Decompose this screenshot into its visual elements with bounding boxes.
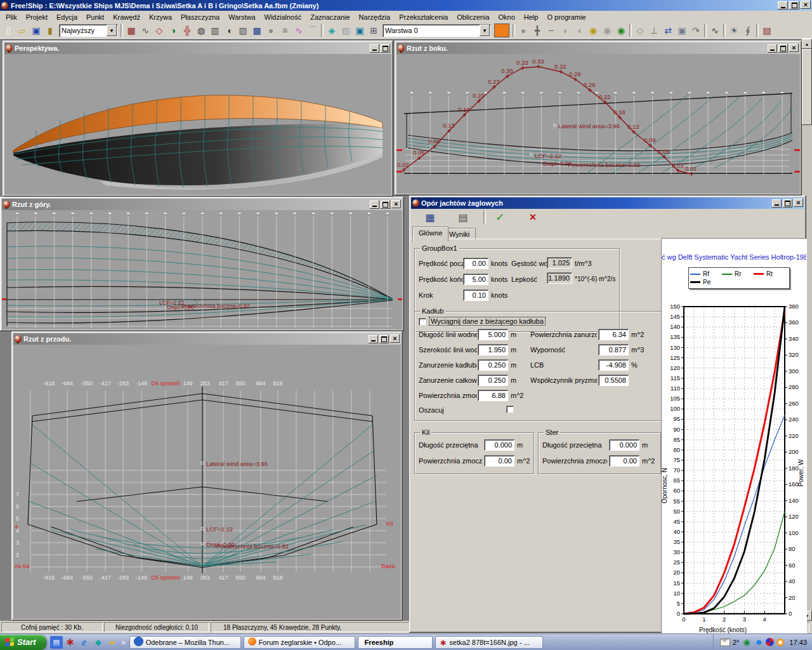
quicklaunch-chevron-icon[interactable]: »: [120, 636, 128, 649]
box-icon[interactable]: ▣: [675, 23, 689, 37]
hull-left-field-1[interactable]: 1.950: [478, 344, 508, 355]
dialog-titlebar[interactable]: Opór jachtów żaglowych ×: [411, 197, 804, 209]
exit-icon[interactable]: ▮: [43, 23, 57, 37]
perspective-maximize-button[interactable]: [381, 44, 390, 53]
menu-1[interactable]: Projekt: [22, 12, 52, 22]
menu-7[interactable]: Warstwa: [224, 12, 259, 22]
minimize-button[interactable]: [778, 1, 788, 10]
extract-hull-checkbox[interactable]: [419, 318, 426, 325]
add-face-icon[interactable]: ●: [264, 23, 278, 37]
dialog-minimize-button[interactable]: [772, 199, 782, 208]
density-field[interactable]: 1.025: [547, 257, 572, 269]
front-close-button[interactable]: ×: [390, 335, 400, 343]
taskbar-task-1[interactable]: Forum żeglarskie • Odpo...: [244, 636, 355, 649]
hydrostatics-icon[interactable]: ◈: [325, 23, 339, 37]
quicklaunch-paint-icon[interactable]: ∗: [64, 636, 77, 649]
tray-green-shield-icon[interactable]: ◉: [742, 637, 751, 647]
anchor-point-icon[interactable]: ⊥: [647, 23, 661, 37]
plane-intersect-icon[interactable]: ◇: [152, 23, 166, 37]
taskbar-task-0[interactable]: Odebrane – Mozilla Thun...: [129, 636, 241, 649]
side-view-titlebar[interactable]: Rzut z boku. ×: [396, 43, 800, 54]
menu-6[interactable]: Płaszczyzna: [176, 12, 224, 22]
save-file-icon[interactable]: ▣: [29, 23, 43, 37]
hull-left-field-0[interactable]: 5.000: [478, 329, 508, 340]
hull-right-field-3[interactable]: 0.5508: [598, 375, 629, 386]
control-net-icon[interactable]: ▦: [124, 23, 138, 37]
menu-0[interactable]: Plik: [1, 12, 22, 22]
top-close-button[interactable]: ×: [391, 200, 401, 208]
layer-properties-icon[interactable]: ▣: [353, 23, 367, 37]
keel-area-field[interactable]: 0.00: [484, 455, 514, 467]
menu-12[interactable]: Obliczenia: [452, 12, 494, 22]
hull-left-field-3[interactable]: 0.250: [478, 375, 508, 386]
quicklaunch-diamond-icon[interactable]: ◆: [92, 636, 105, 649]
main-titlebar[interactable]: Free!Ship : E:\Wszystkie Ships MJS\Dema …: [0, 0, 812, 11]
deck-icon[interactable]: ≡: [278, 23, 292, 37]
tools-icon[interactable]: ∮: [741, 23, 755, 37]
side-viewport[interactable]: 0.020.050.090.130.180.230.270.300.330.33…: [396, 54, 800, 194]
step-field[interactable]: 0.10: [463, 289, 488, 301]
gauss-curvature-icon[interactable]: ◍: [194, 23, 208, 37]
interior-edges-icon[interactable]: ╬: [180, 23, 194, 37]
menu-5[interactable]: Krzywa: [145, 12, 176, 22]
v-end-field[interactable]: 5.00: [463, 274, 488, 285]
hull-right-field-0[interactable]: 6.34: [598, 329, 629, 340]
precision-combo[interactable]: Najwyższy▼: [59, 24, 117, 37]
scroll-up-icon[interactable]: ▲: [802, 39, 812, 49]
front-viewport[interactable]: -818-818-684-684-550-550-417-417-283-283…: [13, 345, 401, 619]
zebra-shading-icon[interactable]: ▨: [236, 23, 250, 37]
plane-icon[interactable]: ◇: [633, 23, 647, 37]
front-view-titlebar[interactable]: Rzut z przodu. ×: [13, 333, 401, 345]
print-icon[interactable]: ▤: [455, 210, 471, 224]
open-file-icon[interactable]: ▱: [15, 23, 29, 37]
quicklaunch-browser-icon[interactable]: e: [78, 636, 91, 649]
dashed-line-icon[interactable]: ┄: [544, 23, 558, 37]
calculate-icon[interactable]: ▦: [422, 210, 438, 224]
menu-8[interactable]: Widzialność: [260, 12, 306, 22]
calculator-icon[interactable]: ▩: [250, 23, 264, 37]
flowlines-icon[interactable]: ∿: [292, 23, 306, 37]
lock-all-icon[interactable]: ◉: [614, 23, 628, 37]
tray-orange-ring-icon[interactable]: [776, 639, 784, 646]
move-point-icon[interactable]: ╋: [530, 23, 544, 37]
menu-11[interactable]: Przekształcenia: [395, 12, 452, 22]
dialog-close-button[interactable]: ×: [794, 199, 803, 207]
select-icon[interactable]: ●: [516, 23, 530, 37]
developable-icon[interactable]: ◖: [222, 23, 236, 37]
taskbar-task-3[interactable]: ∗setka2 878t=166N.jpg - ...: [435, 636, 543, 649]
hull-right-field-1[interactable]: 0.877: [598, 344, 629, 355]
restore-button[interactable]: [789, 1, 799, 10]
menu-4[interactable]: Krawędź: [108, 12, 145, 22]
layer-color-swatch[interactable]: [494, 23, 509, 37]
extract-hull-label[interactable]: Wyciągnij dane z bieżącego kadłuba: [429, 317, 546, 326]
hull-right-field-2[interactable]: -4.908: [598, 359, 629, 371]
v-start-field[interactable]: 0.00: [463, 258, 488, 269]
estimate-checkbox[interactable]: [506, 406, 513, 413]
new-file-icon[interactable]: ▯: [1, 23, 15, 37]
close-button[interactable]: ×: [801, 1, 811, 9]
hull-left-field-2[interactable]: 0.250: [478, 359, 508, 371]
taskbar-task-2[interactable]: Freeship: [358, 636, 433, 649]
cancel-x-icon[interactable]: ×: [525, 210, 540, 224]
tab-glowne[interactable]: Główne: [412, 227, 449, 241]
curve-icon[interactable]: ⌒: [306, 23, 320, 37]
chevron-down-icon[interactable]: ▼: [480, 25, 490, 36]
shell-right-icon[interactable]: ◖: [572, 23, 586, 37]
scrollbar-thumb[interactable]: [802, 49, 812, 125]
swap-icon[interactable]: ⇄: [661, 23, 675, 37]
start-button[interactable]: Start: [0, 635, 46, 650]
front-minimize-button[interactable]: [369, 335, 378, 343]
top-minimize-button[interactable]: [370, 201, 379, 209]
lock-points-icon[interactable]: ◉: [586, 23, 600, 37]
unlock-points-icon[interactable]: ◉: [600, 23, 614, 37]
hull-left-field-4[interactable]: 6.88: [478, 390, 508, 401]
menu-15[interactable]: O programie: [542, 12, 590, 22]
shell-left-icon[interactable]: ◗: [558, 23, 572, 37]
layer-combo[interactable]: Warstwa 0▼: [383, 24, 490, 37]
dialog-maximize-button[interactable]: [783, 199, 792, 208]
rudder-length-field[interactable]: 0.000: [609, 439, 639, 451]
top-view-titlebar[interactable]: Rzut z góry. ×: [2, 199, 402, 210]
fair-curve-icon[interactable]: ∿: [708, 23, 722, 37]
top-maximize-button[interactable]: [381, 201, 390, 209]
perspective-titlebar[interactable]: Perspektywa.: [4, 43, 391, 54]
